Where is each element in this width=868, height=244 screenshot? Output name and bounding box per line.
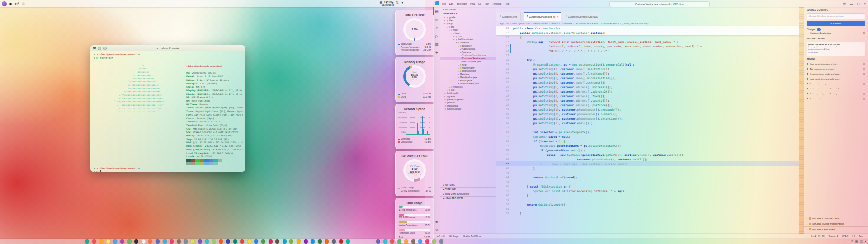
- explorer-icon[interactable]: ▤: [433, 7, 440, 15]
- section-gitlens-cloud-patches[interactable]: ▸GITLENS: CLOUD PATCHES: [804, 216, 868, 221]
- source-control-icon[interactable]: Y: [433, 23, 440, 32]
- statusbar-item[interactable]: Gradle: Build Done: [463, 235, 481, 238]
- code-line-43[interactable]: 43: [496, 170, 799, 175]
- code-line-25[interactable]: 25 ps.setString(6, customer.address().ad…: [496, 89, 799, 94]
- code-line-40[interactable]: 40 customer.phoneNumber(), customer.emai…: [496, 157, 799, 161]
- activity-bar[interactable]: ▤◎Y▷▦◆◉⚙: [433, 7, 440, 234]
- app-icon[interactable]: [113, 239, 117, 244]
- system-tray[interactable]: ▦♬◈⇅▾: [380, 1, 403, 5]
- app-icon[interactable]: [134, 239, 138, 244]
- tree-item-dawsonfx[interactable]: ▾▮dawsonfx: [440, 41, 496, 44]
- statusbar-item[interactable]: Java: [859, 235, 863, 238]
- window-controls[interactable]: ▭—▢✕: [843, 0, 866, 7]
- menu-help[interactable]: Help: [505, 2, 509, 5]
- code-line-42[interactable]: 42 }: [496, 166, 799, 170]
- tray-icon[interactable]: ≡: [851, 240, 853, 243]
- tree-item-app[interactable]: ▾▮app: [440, 22, 496, 25]
- app-icon[interactable]: [226, 239, 230, 244]
- code-line-51[interactable]: 51: [496, 206, 799, 211]
- commit-button[interactable]: ✓ Commit: [807, 21, 865, 26]
- window-control-icon[interactable]: ✕: [864, 2, 866, 5]
- tree-item-phonenumber[interactable]: ▸▮phonenumber: [440, 70, 496, 73]
- tray-icon[interactable]: ◫: [860, 239, 863, 243]
- section-run-configuration[interactable]: ▸ RUN CONFIGURATION: [440, 192, 496, 196]
- breadcrumb[interactable]: app›src›main›java›com›thefifthcontinent›…: [500, 21, 799, 26]
- tray-icon[interactable]: ▾: [865, 239, 866, 243]
- breadcrumb-item[interactable]: CustomerService: [603, 23, 619, 25]
- tree-item-customers[interactable]: ▾▮customers: [440, 44, 496, 47]
- breadcrumb-item[interactable]: app: [500, 23, 504, 25]
- menu-terminal[interactable]: Terminal: [492, 2, 501, 5]
- app-icon[interactable]: [85, 239, 89, 244]
- tray-icon[interactable]: ♬: [385, 1, 388, 5]
- app-icon[interactable]: [383, 239, 387, 244]
- tree-item-mainwindow.java[interactable]: JMainWindow.java: [440, 76, 496, 79]
- app-icon[interactable]: [142, 239, 146, 244]
- vscode-titlebar[interactable]: FileEditSelectionViewGoRunTerminalHelp C…: [433, 0, 868, 7]
- command-center[interactable]: CustomerService.java - dawson-fx - VSCod…: [609, 1, 710, 7]
- code-line-17[interactable]: 17: [496, 53, 799, 57]
- commit-row[interactable]: Load mysql driver and build conn...: [804, 76, 868, 81]
- menu-bar[interactable]: FileEditSelectionViewGoRunTerminalHelp: [442, 0, 509, 7]
- app-icon[interactable]: [339, 239, 343, 244]
- breadcrumb-item[interactable]: src: [506, 23, 509, 25]
- tree-item-settings.gradle[interactable]: ⚙settings.gradle: [440, 108, 496, 111]
- terminal-output[interactable]: ✔ richard@andromeda-ascendant ~ ❯❯❯ fast…: [90, 51, 245, 172]
- statusbar-item[interactable]: LF: [852, 235, 855, 238]
- taskbar-right-tray[interactable]: ≡▦◫▾: [851, 239, 866, 243]
- app-icon[interactable]: [297, 239, 301, 244]
- tray-icon[interactable]: ▦: [380, 1, 383, 5]
- app-icon[interactable]: [418, 239, 422, 244]
- section-timeline[interactable]: ▸ TIMELINE: [440, 187, 496, 192]
- tab-customer.java[interactable]: JCustomer.java: [496, 12, 521, 21]
- app-icon[interactable]: [184, 239, 188, 244]
- app-icon[interactable]: [99, 239, 103, 244]
- extensions-icon[interactable]: ▦: [433, 40, 440, 48]
- statusbar-item[interactable]: UTF-8: [842, 235, 849, 238]
- commit-row[interactable]: Create customer model and supp...: [804, 71, 868, 76]
- statusbar-item[interactable]: ⊗ 0 ⚠ 0: [437, 235, 445, 238]
- run-debug-icon[interactable]: ▷: [433, 32, 440, 40]
- code-line-24[interactable]: 24 ps.setString(5, customer.address().ad…: [496, 84, 799, 89]
- tree-item-gradlew.bat[interactable]: ⚙gradlew.bat: [440, 104, 496, 108]
- tree-item-gradle.properties[interactable]: ⚙gradle.properties: [440, 98, 496, 101]
- breadcrumb-item[interactable]: dawsonfx: [551, 23, 560, 25]
- code-line-30[interactable]: 30 ps.setString(11, customer.phoneNumber…: [496, 112, 799, 116]
- code-line-12[interactable]: 12 public Optional<Customer> insert(Cust…: [496, 30, 799, 35]
- section-gitlens-cloud-workspaces[interactable]: ▸GITLENS: CLOUD WORKSPACES: [804, 221, 868, 226]
- code-line-45[interactable]: 45: [496, 179, 799, 184]
- more-actions-icon[interactable]: ⋯: [863, 9, 865, 11]
- tree-item-java[interactable]: ▾▮java: [440, 32, 496, 35]
- breadcrumb-item[interactable]: CustomerService.java: [577, 23, 598, 25]
- app-icon[interactable]: [120, 239, 124, 244]
- window-control-icon[interactable]: ▢: [857, 2, 859, 5]
- code-line-39[interactable]: 39 saved = new Customer(generatedKeys.ge…: [496, 152, 799, 157]
- section-outline[interactable]: ▸ OUTLINE: [440, 183, 496, 187]
- app-icon[interactable]: [177, 239, 181, 244]
- commit-row[interactable]: First commit: [804, 96, 868, 101]
- tree-item-addnew.java[interactable]: JAddNew.java: [440, 47, 496, 51]
- app-icon[interactable]: [156, 239, 160, 244]
- app-icon[interactable]: [269, 239, 273, 244]
- tree-item-main[interactable]: ▾▮main: [440, 28, 496, 32]
- project-root[interactable]: DAWSON-FX: [440, 12, 496, 16]
- menu-run[interactable]: Run: [485, 2, 489, 5]
- code-area[interactable]: 13 {14 String sql = "INSERT INTO custome…: [496, 35, 799, 234]
- code-line-36[interactable]: 36 if (inserted > 0) {: [496, 139, 799, 143]
- code-line-18[interactable]: 18 try {: [496, 57, 799, 62]
- app-icon[interactable]: [212, 239, 216, 244]
- window-control-icon[interactable]: —: [850, 2, 853, 5]
- code-line-26[interactable]: 26 ps.setString(7, customer.address().to…: [496, 94, 799, 98]
- app-icon[interactable]: [198, 239, 202, 244]
- code-line-49[interactable]: 49: [496, 197, 799, 202]
- status-bar[interactable]: ⊗ 0 ⚠ 0Git GraphGradle: Build Done Ln 41…: [433, 234, 868, 239]
- app-icon[interactable]: [254, 239, 258, 244]
- breadcrumb-item[interactable]: main: [512, 23, 517, 25]
- tree-item-customerservice.java[interactable]: JCustomerService.java: [440, 57, 496, 60]
- menu-file[interactable]: File: [442, 2, 446, 5]
- code-line-46[interactable]: 46 } catch (SQLException e) {: [496, 184, 799, 188]
- code-line-29[interactable]: 29 ps.setString(10, customer.phoneNumber…: [496, 107, 799, 112]
- app-icon[interactable]: [439, 239, 443, 244]
- learn-more-link[interactable]: Learn more: [808, 52, 863, 54]
- menu-selection[interactable]: Selection: [457, 2, 467, 5]
